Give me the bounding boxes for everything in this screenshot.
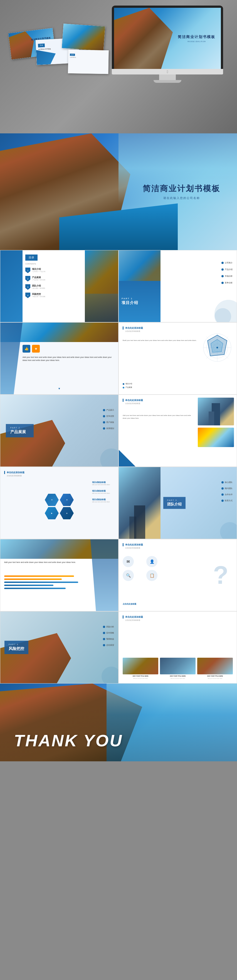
part3-photo bbox=[119, 467, 160, 539]
contents-num-3: 3 bbox=[25, 284, 30, 290]
monitor-wrap: 简洁商业计划书模板 请在此输入您的公司名称  bbox=[109, 6, 226, 83]
question-mark-icon: ? bbox=[213, 561, 228, 590]
monitor-chin:  bbox=[112, 69, 223, 75]
hex-labels: 项目成就放标题 add your text and write down 项目成… bbox=[92, 481, 114, 503]
building-corner bbox=[119, 450, 136, 466]
thankyou-text: THANK YOU bbox=[14, 731, 123, 750]
hex-layout: ✉ ⚙ ▶ ◈ bbox=[45, 494, 74, 519]
question-title: 单击此处添加标题 bbox=[123, 543, 233, 546]
bars-body: Add your text here and write down your i… bbox=[4, 561, 86, 564]
search-icon: 🔍 bbox=[123, 570, 134, 581]
monitor-stand-base bbox=[154, 80, 181, 83]
radar-list: 项目介绍 产品展展 bbox=[123, 383, 132, 389]
hex-title: 单击此处添加标题 bbox=[4, 471, 114, 474]
radar-title: 单击此处添加标题 bbox=[123, 326, 233, 329]
title-main: 简洁商业计划书模板 bbox=[143, 183, 220, 194]
title-content: 简洁商业计划书模板 请在此输入您的公司名称 bbox=[143, 183, 220, 200]
team-subtitle: 点击此处添加副标题 bbox=[125, 619, 233, 622]
radar-body: Build your text here and write down your… bbox=[123, 339, 200, 342]
question-icons: ✉ 👤 🔍 📋 bbox=[123, 556, 167, 581]
team-photo-2: ADD YOUR TITLE HERE add your text here w… bbox=[160, 658, 195, 679]
envelope-icon: ✉ bbox=[123, 556, 134, 567]
team-title: 单击此处添加标题 bbox=[123, 616, 233, 619]
contents-num-2: 2 bbox=[25, 276, 30, 282]
monitor-rock bbox=[114, 8, 173, 69]
question-top: 单击此处添加标题 点击此处添加副标题 bbox=[119, 539, 237, 553]
clipboard-icon: 📋 bbox=[146, 570, 157, 581]
thumbs-up-icon: 👍 bbox=[22, 345, 30, 353]
slide-building: 单击此处添加标题 点击此处添加副标题 Add your text here an… bbox=[119, 395, 237, 467]
slide-hexagon: 单击此处添加标题 点击此处添加副标题 ✉ ⚙ ▶ ◈ bbox=[0, 467, 119, 539]
building-body: Add your text here and write down your i… bbox=[123, 414, 194, 420]
monitor-border: 简洁商业计划书模板 请在此输入您的公司名称 bbox=[112, 6, 223, 69]
contents-item-3: 3 团队介绍• 核心团队 • 顾问团队 bbox=[25, 284, 82, 290]
slide-team-photos: 单击此处添加标题 点击此处添加副标题 ADD YOUR TITLE HERE a… bbox=[119, 611, 237, 684]
info-icons-row: 👍 ★ bbox=[22, 345, 40, 353]
slide-contents: 目录 CONTENTS 1 项目介绍• 公司简介 • 产品介绍 2 产品展展• … bbox=[0, 250, 119, 322]
slide-info-left: 👍 ★ Add your text here and write down yo… bbox=[0, 322, 119, 395]
slide-card-bg-3 bbox=[62, 24, 105, 51]
part1-label: PART 1 项目介绍 bbox=[122, 297, 138, 305]
contents-item-2: 2 产品展展• 产品列表 • 竞争优势 bbox=[25, 276, 82, 282]
thankyou-slide: THANK YOU bbox=[0, 684, 237, 761]
part1-right-list: 公司简介 产品介绍 市场分析 竞争分析 bbox=[221, 261, 232, 284]
team-photos-grid: ADD YOUR TITLE HERE add your text here w… bbox=[123, 658, 233, 679]
hex-content-top: 单击此处添加标题 点击此处添加副标题 bbox=[0, 467, 118, 479]
part3-right-list: 核心团队 顾问团队 合作伙伴 联系方式 bbox=[221, 481, 232, 502]
svg-point-10 bbox=[216, 347, 218, 348]
contents-subtitle: CONTENTS bbox=[25, 263, 82, 265]
hex-subtitle: 点击此处添加副标题 bbox=[7, 474, 114, 477]
title-slide: 简洁商业计划书模板 请在此输入您的公司名称 bbox=[0, 134, 237, 250]
slides-grid: 目录 CONTENTS 1 项目介绍• 公司简介 • 产品介绍 2 产品展展• … bbox=[0, 250, 237, 684]
part4-right-list: 风险分析 应对策略 预期收益 总结展望 bbox=[103, 625, 114, 647]
star-icon: ★ bbox=[32, 345, 40, 353]
team-photo-1: ADD YOUR TITLE HERE add your text here w… bbox=[123, 658, 158, 679]
contents-item-4: 4 风险把控• 风险分析 • 应对策略 bbox=[25, 293, 82, 298]
monitor-section: 简洁商业计划书模板 目录 简洁商业计划书模板 目录 CONTENTS bbox=[0, 0, 237, 134]
radar-chart-wrap bbox=[202, 332, 232, 364]
part4-label-box: PART 4 风险把控 bbox=[5, 641, 28, 654]
part1-photo bbox=[119, 250, 160, 281]
info-left-triangle bbox=[0, 323, 22, 395]
slide-part4: PART 4 风险把控 风险分析 应对策略 预期收益 总结展望 bbox=[0, 611, 119, 684]
apple-logo-icon:  bbox=[167, 70, 168, 74]
question-label: 点击此处放标题 bbox=[123, 603, 136, 605]
slide-part1: PART 1 项目介绍 公司简介 产品介绍 市场分析 竞争分析 bbox=[119, 250, 237, 322]
arrow-down-icon: ▼ bbox=[58, 387, 61, 390]
title-subtitle: 请在此输入您的公司名称 bbox=[143, 196, 220, 200]
contents-body: 目录 CONTENTS 1 项目介绍• 公司简介 • 产品介绍 2 产品展展• … bbox=[22, 250, 85, 322]
slide-part3: PART 3 团队介绍 核心团队 顾问团队 合作伙伴 联系方式 bbox=[119, 467, 237, 539]
thankyou-sea bbox=[107, 684, 237, 761]
part2-label-box: PART 2 产品展展 bbox=[6, 424, 34, 438]
slide-card-bg-4: 目录 CONTENTS bbox=[68, 50, 109, 74]
part2-right-list: 产品展示 竞争优势 用户体验 发展规划 bbox=[103, 409, 114, 430]
slide-radar: 单击此处添加标题 点击此处添加副标题 bbox=[119, 322, 237, 395]
contents-title-box: 目录 bbox=[25, 255, 38, 261]
slide-question: 单击此处添加标题 点击此处添加副标题 ? ✉ 👤 🔍 📋 点击此处放标题 bbox=[119, 539, 237, 611]
team-top: 单击此处添加标题 点击此处添加副标题 bbox=[119, 612, 237, 624]
slide-bars: Add your text here and write down your i… bbox=[0, 539, 119, 611]
contents-list: 1 项目介绍• 公司简介 • 产品介绍 2 产品展展• 产品列表 • 竞争优势 … bbox=[25, 267, 82, 298]
monitor-subtitle: 请在此输入您的公司名称 bbox=[178, 41, 215, 42]
slide-part2: PART 2 产品展展 产品展示 竞争优势 用户体验 发展规划 bbox=[0, 395, 119, 467]
building-photo-2 bbox=[198, 428, 234, 447]
info-left-content: Add your text here and write down your i… bbox=[22, 356, 115, 362]
bars-triangle bbox=[90, 539, 118, 611]
contents-num-1: 1 bbox=[25, 267, 30, 273]
contents-item-1: 1 项目介绍• 公司简介 • 产品介绍 bbox=[25, 267, 82, 273]
part3-label-box: PART 3 团队介绍 bbox=[163, 497, 186, 509]
part1-circle-deco2 bbox=[215, 308, 231, 322]
monitor-title: 简洁商业计划书模板 bbox=[178, 35, 215, 40]
monitor-stand-neck bbox=[159, 75, 176, 80]
person-icon: 👤 bbox=[146, 556, 157, 567]
building-photo-1 bbox=[198, 398, 234, 425]
team-photo-3: ADD YOUR TITLE HERE add your text here w… bbox=[197, 658, 233, 679]
bars-container bbox=[4, 576, 86, 589]
contents-num-4: 4 bbox=[25, 293, 30, 298]
question-subtitle: 点击此处添加副标题 bbox=[125, 547, 233, 549]
monitor-screen: 简洁商业计划书模板 请在此输入您的公司名称 bbox=[114, 8, 221, 69]
